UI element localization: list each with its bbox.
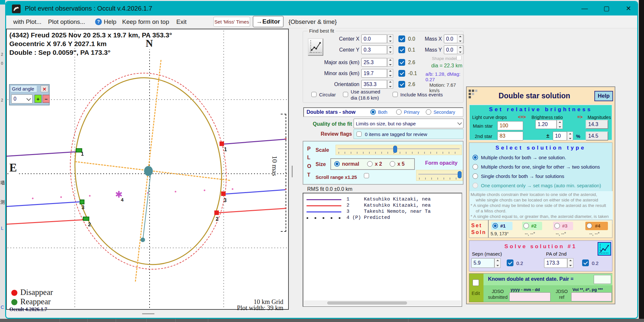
menu-plot-options[interactable]: Plot options... — [48, 15, 85, 28]
list-hscrollbar-thumb[interactable] — [327, 301, 407, 305]
mass-x-spinner[interactable] — [457, 34, 463, 43]
size-normal-radio[interactable] — [334, 161, 340, 167]
pair-field[interactable] — [594, 275, 611, 284]
show-secondary-radio[interactable] — [426, 109, 431, 115]
set-miss-times-button[interactable]: Set 'Miss' Times — [213, 17, 250, 27]
list-row[interactable]: 4 (P) Predicted — [346, 215, 390, 220]
center-x-spinner[interactable] — [387, 34, 393, 43]
include-miss-checkbox[interactable] — [393, 92, 398, 97]
scale-slider[interactable] — [336, 145, 462, 155]
size-x5-radio[interactable] — [390, 161, 395, 167]
disappear-marker[interactable] — [220, 141, 224, 146]
editor-button[interactable]: →Editor — [253, 16, 284, 27]
type-option-label-4[interactable]: One component only → set mags (auto min.… — [481, 183, 601, 188]
mass-y-spinner[interactable] — [457, 45, 463, 54]
review-checkbox[interactable] — [356, 132, 362, 137]
taskbar-button[interactable] — [209, 319, 408, 322]
disappear-marker[interactable] — [214, 210, 219, 215]
ratio-spinner[interactable] — [557, 120, 563, 129]
pa-field[interactable]: 173.3 — [544, 258, 567, 268]
grid-angle-plus-button[interactable]: + — [34, 95, 42, 103]
help-button[interactable]: Help — [594, 91, 613, 101]
center-y-field[interactable]: 0.3 — [361, 45, 387, 54]
secondary-star-dot[interactable] — [141, 238, 145, 242]
solve-chart-button[interactable] — [598, 242, 611, 256]
list-row[interactable]: 2 Katsuhiko Kitazaki, nea — [346, 203, 431, 208]
orientation-spinner[interactable] — [387, 80, 393, 89]
close-button[interactable]: ✕ — [621, 3, 636, 14]
soln4-radio[interactable] — [587, 223, 592, 229]
maximize-button[interactable]: ▢ — [599, 3, 614, 14]
orientation-field[interactable]: 353.3 — [361, 80, 387, 89]
scroll-range-checkbox[interactable] — [364, 173, 369, 178]
menu-keep-on-top[interactable]: Keep form on top — [122, 15, 169, 28]
reappear-marker[interactable] — [80, 200, 84, 204]
circular-checkbox[interactable] — [311, 92, 317, 97]
pct-field[interactable]: 10 — [553, 132, 567, 141]
second-star-field[interactable]: 83 — [497, 132, 523, 141]
splitter-handle[interactable] — [142, 313, 154, 314]
show-primary-radio[interactable] — [396, 109, 402, 115]
show-both-radio[interactable] — [370, 109, 376, 115]
taskbar-button[interactable] — [147, 319, 176, 322]
use-assumed-checkbox[interactable] — [343, 92, 348, 97]
taskbar-button[interactable] — [12, 319, 60, 322]
menu-help[interactable]: Help — [104, 15, 116, 28]
menu-exit[interactable]: Exit — [176, 15, 187, 28]
menu-with-plot[interactable]: with Plot... — [13, 15, 42, 28]
grid-angle-select[interactable]: 0 — [11, 94, 33, 103]
minimize-button[interactable]: — — [577, 3, 592, 14]
grid-angle-minus-button[interactable]: − — [43, 95, 50, 103]
shape-model-checkbox[interactable] — [456, 55, 462, 60]
major-axis-spinner[interactable] — [387, 58, 393, 67]
pct-spinner[interactable] — [567, 132, 573, 141]
type-option-radio-1[interactable] — [473, 155, 478, 160]
list-row[interactable]: 1 Katsuhiko Kitazaki, nea — [346, 197, 431, 202]
grid-angle-close-icon[interactable]: ✕ — [41, 85, 48, 92]
major-axis-field[interactable]: 25.3 — [361, 58, 387, 67]
sepn-sigma-checkbox[interactable] — [507, 259, 513, 266]
fit-checkbox[interactable] — [398, 46, 405, 53]
form-opacity-slider[interactable] — [416, 170, 463, 181]
primary-star-dot[interactable] — [144, 166, 153, 176]
type-option-radio-4[interactable] — [473, 183, 478, 188]
center-x-field[interactable]: 0.0 — [361, 34, 387, 43]
fit-checkbox[interactable] — [398, 70, 405, 77]
ratio-field[interactable]: 1.20 — [535, 120, 557, 129]
type-option-radio-2[interactable] — [473, 164, 478, 170]
soln3-radio[interactable] — [554, 223, 560, 229]
edit-checkbox[interactable] — [473, 279, 479, 286]
quality-select[interactable]: Limits on size, but no shape — [354, 119, 463, 128]
type-option-label-3[interactable]: Single chords for both → four solutions — [481, 173, 564, 179]
size-x2-radio[interactable] — [367, 161, 373, 167]
titlebar[interactable]: Plot event observations : Occult v.4.202… — [6, 2, 637, 15]
minor-axis-spinner[interactable] — [387, 69, 393, 78]
sepn-field[interactable]: 5.9 — [471, 258, 494, 268]
fit-checkbox[interactable] — [398, 81, 405, 88]
observer-time-label[interactable]: {Observer & time} — [288, 15, 337, 28]
form-opacity-slider-thumb[interactable] — [458, 171, 462, 178]
soln2-radio[interactable] — [523, 223, 529, 229]
center-y-spinner[interactable] — [387, 45, 393, 54]
jdso-ref-field[interactable] — [571, 292, 612, 301]
type-option-label-2[interactable]: Multiple chords for one, single for othe… — [481, 164, 600, 170]
list-hscrollbar[interactable] — [304, 300, 461, 306]
plot-canvas[interactable]: 1 3 2 1 3 2 ✱ 4 10 mas N E (4342) Fr — [6, 29, 289, 310]
pa-sigma-checkbox[interactable] — [582, 259, 589, 266]
fit-checkbox[interactable] — [398, 35, 405, 42]
observation-list[interactable]: 1 Katsuhiko Kitazaki, nea 2 Katsuhiko Ki… — [303, 193, 462, 307]
reappear-marker[interactable] — [83, 217, 89, 221]
splitter-handle[interactable] — [292, 166, 293, 177]
pa-spinner[interactable] — [567, 258, 573, 268]
taskbar-button[interactable] — [176, 319, 208, 322]
fit-checkbox[interactable] — [398, 59, 405, 66]
type-option-label-1[interactable]: Multiple chords for both → one solution. — [481, 155, 566, 160]
soln1-radio[interactable] — [493, 223, 498, 229]
taskbar-button[interactable] — [60, 319, 88, 322]
list-row[interactable]: 3 Takeshi Nemoto, near Ta — [346, 209, 431, 214]
main-star-field[interactable]: 100 — [497, 121, 523, 130]
taskbar-button[interactable] — [88, 319, 116, 322]
type-option-radio-3[interactable] — [473, 173, 478, 179]
sepn-spinner[interactable] — [494, 258, 501, 268]
minor-axis-field[interactable]: 19.7 — [361, 69, 387, 78]
